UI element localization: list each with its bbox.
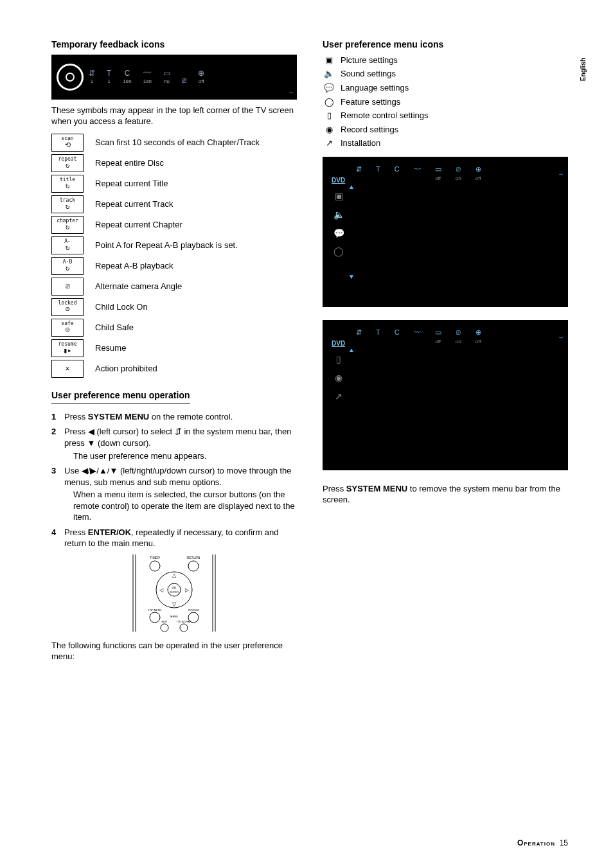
steps-list: Press SYSTEM MENU on the remote control.… [51, 411, 297, 549]
pref-item: ◉Record settings [323, 124, 568, 136]
scroll-down-icon: ▼ [348, 272, 355, 281]
feedback-row: ✕Action prohibited [51, 360, 297, 378]
feedback-intro: These symbols may appear in the top left… [51, 105, 297, 127]
step4-strong: ENTER/OK [88, 527, 131, 537]
svg-text:▷: ▷ [185, 587, 190, 593]
feedback-desc: Point A for Repeat A-B playback is set. [95, 240, 238, 251]
feedback-icon: repeat↻ [51, 154, 84, 172]
menu-side-icon: ▯ [336, 353, 341, 366]
bar-arrow-icon: → [288, 88, 294, 97]
svg-point-5 [188, 561, 199, 571]
menu-side-icon: 💬 [333, 227, 344, 240]
menu-bar-icon: T [376, 328, 380, 346]
feedback-desc: Child Safe [95, 322, 134, 333]
pref-label: Installation [341, 137, 380, 149]
feedback-desc: Repeat entire Disc [95, 157, 164, 169]
right-column: User preference menu icons ▣Picture sett… [323, 39, 568, 671]
menu-screenshot-1: ⇵TC〰▭off⎚on⊕off DVD ▲ ▣🔈💬◯ ▼ → [323, 157, 568, 307]
svg-text:△: △ [172, 572, 177, 578]
feedback-row: A-B↻Repeat A-B playback [51, 257, 297, 275]
menu-side-icon: 🔈 [333, 209, 344, 221]
pref-icon: ↗ [323, 137, 335, 149]
bar-icon: ▭no [163, 68, 170, 85]
heading-feedback-icons: Temporary feedback icons [51, 39, 297, 51]
svg-point-4 [150, 561, 160, 571]
pref-item: 💬Language settings [323, 82, 568, 94]
feedback-icon: ⎚ [51, 278, 84, 296]
bar-icon: ⊕off [198, 68, 204, 85]
menu-bar-icon: ⎚on [456, 328, 461, 346]
pref-icon: ◯ [323, 96, 335, 108]
page-footer: Operation 15 [51, 838, 568, 848]
menu-bar-icon: 〰 [414, 328, 421, 346]
pref-label: Picture settings [341, 55, 398, 66]
feedback-row: resume▮▸Resume [51, 339, 297, 357]
menu-bar-icon: T [376, 164, 380, 182]
dvd-label: DVD [332, 176, 345, 185]
feedback-icon: locked☺ [51, 298, 84, 316]
feedback-row: track↻Repeat current Track [51, 195, 297, 213]
svg-point-16 [150, 612, 160, 623]
feedback-row: repeat↻Repeat entire Disc [51, 154, 297, 172]
bar-icon: C1en [123, 68, 131, 85]
step3-text: Use ◀/▶/▲/▼ (left/right/up/down cursor) … [64, 466, 292, 487]
feedback-row: A-↻Point A for Repeat A-B playback is se… [51, 236, 297, 254]
heading-pref-icons: User preference menu icons [323, 39, 568, 51]
pref-icon: 🔈 [323, 68, 335, 80]
svg-point-22 [180, 624, 188, 632]
feedback-icon: chapter↻ [51, 216, 84, 234]
feedback-icon: A-B↻ [51, 257, 84, 275]
step1-text-c: on the remote control. [149, 412, 233, 421]
svg-text:▽: ▽ [172, 601, 177, 607]
menu-bar-icon: C [395, 328, 400, 346]
bar-arrow-icon: → [558, 333, 564, 342]
feedback-desc: Child Lock On [95, 301, 148, 313]
step4-text-a: Press [64, 527, 88, 537]
svg-text:TOP MENU: TOP MENU [148, 608, 162, 612]
feedback-desc: Resume [95, 342, 126, 354]
disc-icon [57, 64, 84, 91]
svg-point-9 [168, 583, 181, 596]
svg-text:EDIT: EDIT [161, 620, 168, 623]
feedback-icon: scan⟲ [51, 134, 84, 152]
svg-text:RETURN: RETURN [187, 556, 200, 560]
feedback-row: scan⟲Scan first 10 seconds of each Chapt… [51, 134, 297, 152]
feedback-desc: Repeat current Chapter [95, 219, 182, 231]
dvd-label: DVD [332, 339, 345, 348]
pref-item: ▣Picture settings [323, 55, 568, 66]
pref-label: Feature settings [341, 96, 400, 108]
svg-text:◁: ◁ [159, 587, 164, 593]
feedback-desc: Repeat current Title [95, 178, 168, 190]
footer-page: 15 [560, 838, 568, 847]
language-tab: English [579, 58, 588, 81]
scroll-up-icon: ▲ [348, 182, 355, 191]
bar-icon: T1 [107, 68, 111, 85]
menu-side-icon: ▣ [335, 190, 343, 202]
feedback-icon: A-↻ [51, 236, 84, 254]
menu-bar-icon: ▭off [435, 164, 441, 182]
menu-bar-icon: ⊕off [475, 328, 481, 346]
pref-item: ▯Remote control settings [323, 110, 568, 121]
pref-item: ◯Feature settings [323, 96, 568, 108]
feedback-icon: track↻ [51, 195, 84, 213]
menu-side-icon: ↗ [335, 391, 342, 403]
feedback-row: ⎚Alternate camera Angle [51, 278, 297, 296]
svg-text:TITLE/CHAP: TITLE/CHAP [176, 620, 191, 623]
menu-side-icon: ◉ [335, 372, 342, 384]
step2-text: Press ◀ (left cursor) to select ⇵ in the… [64, 427, 291, 448]
tv-feedback-bar: ⇵1T1C1en〰1en▭no⎚⊕off → [51, 55, 297, 100]
pref-label: Language settings [341, 82, 409, 94]
svg-text:SYSTEM: SYSTEM [188, 608, 199, 612]
menu-bar-icon: C [395, 164, 400, 182]
feedback-desc: Scan first 10 seconds of each Chapter/Tr… [95, 137, 260, 148]
pref-label: Sound settings [341, 68, 396, 80]
feedback-row: locked☺Child Lock On [51, 298, 297, 316]
feedback-row: chapter↻Repeat current Chapter [51, 216, 297, 234]
menu-bar-icon: ⇵ [356, 164, 362, 182]
pref-item: 🔈Sound settings [323, 68, 568, 80]
footer-section: Operation [517, 838, 555, 847]
pref-icon: ◉ [323, 124, 335, 136]
heading-user-pref-op: User preference menu operation [51, 389, 190, 403]
menu-screenshot-2: ⇵TC〰▭off⎚on⊕off DVD ▲ ▯◉↗ → [323, 320, 568, 470]
pref-icon: 💬 [323, 82, 335, 94]
